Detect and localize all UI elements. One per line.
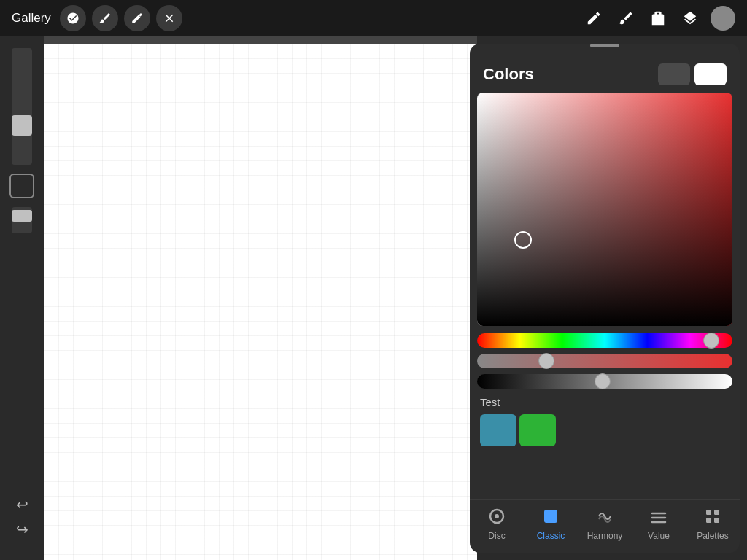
value-thumb[interactable]	[595, 373, 611, 389]
disc-icon	[488, 508, 506, 528]
classic-icon	[542, 508, 560, 528]
nav-item-harmony[interactable]: Harmony	[578, 508, 632, 541]
layers-icon[interactable]	[678, 7, 702, 30]
brush-size-slider[interactable]	[12, 48, 32, 165]
test-label: Test	[480, 396, 729, 408]
value-label: Value	[648, 531, 670, 541]
gallery-button[interactable]: Gallery	[12, 11, 51, 26]
nav-item-classic[interactable]: Classic	[524, 508, 578, 541]
left-sidebar: ↩ ↪	[0, 36, 44, 560]
canvas-area[interactable]	[44, 36, 477, 560]
svg-rect-8	[706, 518, 711, 523]
saturation-slider[interactable]	[477, 354, 732, 368]
undo-button[interactable]: ↩	[16, 496, 28, 513]
classic-label: Classic	[537, 531, 565, 541]
canvas-paper[interactable]	[44, 44, 477, 560]
toolbar-right	[582, 6, 735, 31]
nav-item-value[interactable]: Value	[632, 508, 686, 541]
eraser-tool-button[interactable]	[156, 5, 182, 31]
swatch-dark[interactable]	[658, 63, 690, 85]
eraser-right-icon[interactable]	[646, 7, 670, 30]
value-slider[interactable]	[477, 374, 732, 389]
harmony-label: Harmony	[587, 531, 623, 541]
sliders-area	[470, 333, 740, 389]
svg-rect-7	[714, 510, 719, 515]
palettes-icon	[704, 508, 721, 528]
color-picker-box[interactable]	[477, 93, 732, 326]
value-icon	[650, 508, 667, 528]
disc-label: Disc	[488, 531, 505, 541]
test-section: Test	[470, 389, 740, 454]
hue-thumb[interactable]	[703, 332, 719, 349]
harmony-icon	[596, 508, 614, 528]
hue-slider[interactable]	[477, 333, 732, 348]
redo-button[interactable]: ↪	[16, 521, 28, 538]
test-color-1[interactable]	[480, 414, 516, 446]
brush-size-thumb[interactable]	[12, 115, 32, 136]
test-color-2[interactable]	[519, 414, 556, 446]
color-panel-title: Colors	[483, 65, 534, 84]
top-toolbar: Gallery	[0, 0, 747, 36]
swatch-light[interactable]	[694, 63, 727, 85]
nav-item-disc[interactable]: Disc	[470, 508, 524, 541]
svg-rect-6	[706, 510, 711, 515]
color-swatches	[658, 63, 727, 85]
saturation-thumb[interactable]	[538, 353, 554, 369]
test-colors	[480, 414, 729, 446]
modify-tool-button[interactable]	[60, 5, 86, 31]
color-panel: Colors Test	[470, 44, 740, 553]
opacity-slider[interactable]	[12, 207, 32, 233]
svg-point-1	[495, 514, 499, 518]
svg-rect-2	[544, 510, 557, 523]
gradient-dark-overlay	[477, 93, 732, 326]
palettes-label: Palettes	[697, 531, 728, 541]
nav-item-palettes[interactable]: Palettes	[686, 508, 740, 541]
color-panel-nav: Disc Classic Harmony	[470, 499, 740, 553]
undo-redo-controls: ↩ ↪	[16, 496, 28, 538]
opacity-thumb[interactable]	[12, 210, 32, 222]
drag-handle[interactable]	[590, 44, 619, 47]
shape-tool-button[interactable]	[9, 174, 34, 198]
avatar[interactable]	[711, 6, 735, 31]
pen-icon[interactable]	[582, 7, 605, 30]
brush-right-icon[interactable]	[614, 7, 638, 30]
color-picker-cursor[interactable]	[514, 231, 532, 249]
brush-tool-button[interactable]	[92, 5, 118, 31]
svg-rect-9	[714, 518, 719, 523]
smudge-tool-button[interactable]	[124, 5, 150, 31]
color-panel-header: Colors	[470, 52, 740, 93]
